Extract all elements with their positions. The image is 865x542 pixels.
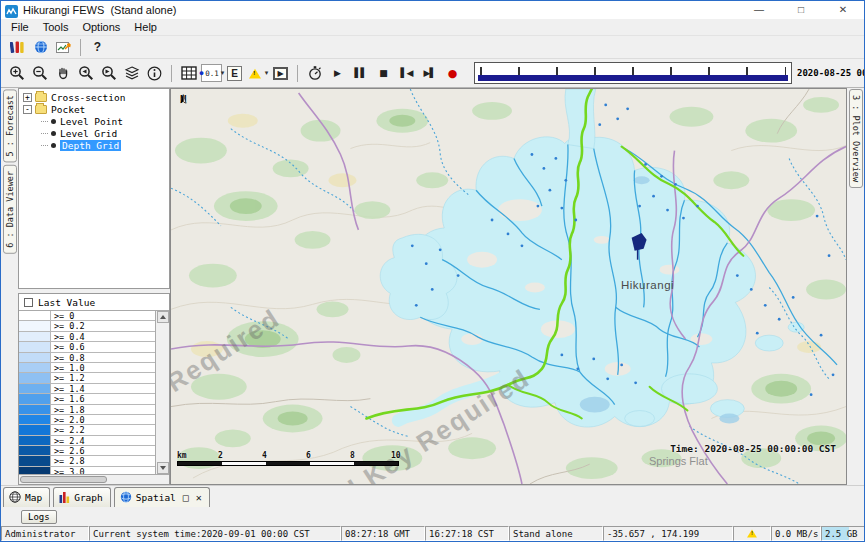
tab-plot-overview[interactable]: 3 : Plot Overview [849,89,863,188]
legend-row: >= 0.2 [19,321,155,331]
color-swatch [19,332,51,341]
color-swatch [19,415,51,424]
grid-display-icon[interactable] [178,62,199,84]
status-warning-cell[interactable]: ! [733,526,771,541]
map-view[interactable]: N API Key Required API Key Required Hiku… [170,88,847,485]
tab-forecast[interactable]: 5 : Forecast [3,89,17,162]
spatial-maximize-icon[interactable]: □ [183,492,189,503]
expand-icon[interactable]: + [23,93,32,102]
legend-scrollbar[interactable] [156,311,169,474]
tab-data-viewer[interactable]: 6 : Data Viewer [3,165,17,254]
color-swatch [19,311,51,320]
spatial-display-icon[interactable] [30,36,51,58]
class-break-dot-icon: ● [199,68,204,78]
menu-options[interactable]: Options [75,21,127,33]
legend-toggle-button[interactable]: E [224,62,245,84]
legend-header: Last Value [19,294,169,311]
time-slider[interactable] [474,62,792,84]
warning-threshold-button[interactable]: ! ▾ [247,62,268,84]
folder-icon [35,105,47,114]
tree-item-cross-section[interactable]: + Cross-section [19,92,169,104]
zoom-out-icon[interactable] [29,62,50,84]
map-toolbar: ● 0.1 ▾ E ! ▾ ▶ ▶ ▌▌ ■ ▌◀ ▶▌ ● [1,58,864,88]
color-swatch [19,436,51,445]
layers-icon[interactable] [121,62,142,84]
pan-icon[interactable] [52,62,73,84]
tree-item-pocket[interactable]: - Pocket [19,104,169,116]
legend-row: >= 2.8 [19,456,155,466]
north-arrow: N [180,93,187,106]
last-value-checkbox[interactable] [24,298,33,307]
layers-tree: + Cross-section - Pocket Level Point Lev… [18,88,170,289]
info-icon[interactable] [144,62,165,84]
legend-row: >= 1.6 [19,394,155,404]
map-canvas[interactable] [171,89,846,484]
close-button[interactable]: ✕ [822,1,864,19]
toolbar-separator [297,65,298,82]
pause-button[interactable]: ▌▌ [350,62,371,84]
timer-icon[interactable] [304,62,325,84]
tab-spatial[interactable]: Spatial □ ✕ [114,487,210,507]
tab-graph[interactable]: Graph [53,487,111,507]
menu-help[interactable]: Help [127,21,164,33]
legend-row: >= 2.2 [19,425,155,435]
scrollbar-thumb[interactable] [20,476,107,483]
tree-item-level-point[interactable]: Level Point [41,116,169,128]
color-swatch [19,425,51,434]
class-break-value: 0.1 [205,69,219,78]
main-toolbar: ? [1,36,864,58]
color-swatch [19,467,51,474]
app-logo-icon [5,4,18,17]
legend-row: >= 0 [19,311,155,321]
maximize-button[interactable]: □ [780,1,822,19]
legend-horizontal-scrollbar[interactable] [19,474,169,484]
bullet-icon [51,119,56,124]
scroll-down-icon[interactable] [157,462,169,474]
status-gmt-time: 08:27:18 GMT [341,526,425,541]
map-label-springs-flat: Springs Flat [649,455,708,467]
database-icon[interactable] [7,36,28,58]
collapse-icon[interactable]: - [23,105,32,114]
tree-item-depth-grid[interactable]: Depth Grid [41,139,169,151]
record-button[interactable]: ● [442,62,463,84]
help-icon[interactable]: ? [87,36,108,58]
zoom-previous-icon[interactable] [75,62,96,84]
warning-icon: ! [249,68,261,78]
zoom-in-icon[interactable] [6,62,27,84]
color-swatch [19,373,51,382]
legend-row: >= 0.6 [19,342,155,352]
chevron-down-icon: ▾ [265,69,269,77]
tab-map[interactable]: Map [3,487,50,507]
logs-button[interactable]: Logs [21,510,57,524]
legend-row: >= 2.4 [19,436,155,446]
class-break-selector[interactable]: ● 0.1 ▾ [201,64,222,82]
legend-row: >= 1.8 [19,405,155,415]
status-user: Administrator [1,526,89,541]
time-slider-range-bar[interactable] [478,75,788,81]
legend-panel: Last Value >= 0 >= 0.2 >= 0.4 >= 0.6 >= … [18,293,170,485]
status-mode: Stand alone [509,526,603,541]
color-swatch [19,405,51,414]
legend-row: >= 0.4 [19,332,155,342]
legend-title: Last Value [38,297,95,308]
warning-icon: ! [747,529,757,537]
bullet-icon [51,131,56,136]
right-tab-strip: 3 : Plot Overview [847,88,864,485]
timeseries-display-icon[interactable] [53,36,74,58]
animation-dialog-button[interactable]: ▶ [270,62,291,84]
status-memory[interactable]: 2.5 GB [821,526,865,541]
minimize-button[interactable]: — [738,1,780,19]
status-local-time: 16:27:18 CST [425,526,509,541]
color-swatch [19,394,51,403]
zoom-next-icon[interactable] [98,62,119,84]
stop-button[interactable]: ■ [373,62,394,84]
first-frame-button[interactable]: ▌◀ [396,62,417,84]
play-button[interactable]: ▶ [327,62,348,84]
scroll-up-icon[interactable] [157,311,169,323]
menu-tools[interactable]: Tools [36,21,76,33]
current-map-datetime: 2020-08-25 00:00:00 CST [797,68,865,78]
last-frame-button[interactable]: ▶▌ [419,62,440,84]
spatial-close-icon[interactable]: ✕ [196,492,202,503]
tree-item-level-grid[interactable]: Level Grid [41,127,169,139]
menu-file[interactable]: File [4,21,36,33]
